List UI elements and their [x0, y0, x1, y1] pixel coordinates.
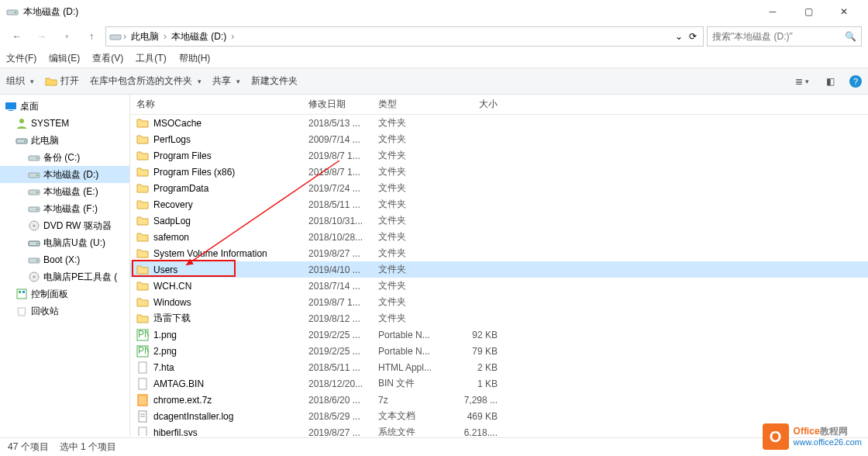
include-button[interactable]: 在库中包含所选的文件夹 [90, 74, 202, 88]
crumb-current[interactable]: 本地磁盘 (D:) [168, 29, 229, 45]
menu-edit[interactable]: 编辑(E) [49, 52, 80, 65]
file-row[interactable]: Program Files2019/8/7 1...文件夹 [130, 147, 868, 164]
file-row[interactable]: System Volume Information2019/8/27 ...文件… [130, 245, 868, 261]
file-date: 2018/5/29 ... [302, 411, 372, 422]
file-row[interactable]: WCH.CN2018/7/14 ...文件夹 [130, 278, 868, 294]
col-size[interactable]: 大小 [442, 98, 504, 111]
refresh-icon[interactable]: ⟳ [686, 31, 700, 42]
file-type: Portable N... [372, 330, 442, 340]
file-row[interactable]: dcagentInstaller.log2018/5/29 ...文本文档469… [130, 408, 868, 424]
tree-item[interactable]: 此电脑 [0, 132, 129, 149]
svg-rect-26 [22, 291, 25, 293]
up-button[interactable]: ↑ [81, 26, 102, 47]
open-button[interactable]: 打开 [45, 74, 79, 88]
file-date: 2019/8/7 1... [302, 150, 372, 161]
file-type: 文件夹 [372, 263, 442, 276]
file-row[interactable]: 迅雷下载2019/8/12 ...文件夹 [130, 310, 868, 326]
tree-item[interactable]: 回收站 [0, 302, 129, 320]
file-name: Users [153, 264, 177, 275]
file-name: PerfLogs [153, 134, 191, 145]
file-row[interactable]: SadpLog2018/10/31...文件夹 [130, 212, 868, 229]
file-row[interactable]: hiberfil.sys2019/8/27 ...系统文件6,218,... [130, 424, 868, 436]
tree-item[interactable]: 电脑店U盘 (U:) [0, 234, 129, 251]
view-mode-icon[interactable]: ≣ [794, 73, 811, 90]
file-row[interactable]: chrome.ext.7z2018/6/20 ...7z7,298 ... [130, 392, 868, 408]
menu-view[interactable]: 查看(V) [92, 52, 123, 65]
file-name: System Volume Information [153, 248, 267, 259]
menu-help[interactable]: 帮助(H) [179, 52, 211, 65]
tree-item[interactable]: SYSTEM [0, 115, 129, 132]
maximize-button[interactable]: ▢ [790, 0, 826, 23]
tree-item[interactable]: 控制面板 [0, 285, 129, 302]
file-row[interactable]: Recovery2018/5/11 ...文件夹 [130, 196, 868, 212]
tree-label: DVD RW 驱动器 [43, 219, 112, 233]
nav-row: ← → ▾ ↑ › 此电脑 › 本地磁盘 (D:) › ⌄ ⟳ 🔍 [0, 23, 868, 50]
file-row[interactable]: PNG2.png2019/2/25 ...Portable N...79 KB [130, 343, 868, 359]
menu-tools[interactable]: 工具(T) [136, 52, 166, 65]
col-type[interactable]: 类型 [372, 98, 442, 111]
tree-item[interactable]: 备份 (C:) [0, 149, 129, 166]
svg-point-11 [36, 174, 38, 176]
file-row[interactable]: PerfLogs2009/7/14 ...文件夹 [130, 131, 868, 147]
watermark: O Office教程网 www.office26.com [763, 423, 862, 450]
tree-label: 此电脑 [31, 134, 59, 147]
new-folder-button[interactable]: 新建文件夹 [251, 74, 298, 88]
file-row[interactable]: 7.hta2018/5/11 ...HTML Appl...2 KB [130, 359, 868, 375]
file-name: Recovery [153, 199, 193, 210]
file-name: dcagentInstaller.log [153, 411, 233, 422]
watermark-logo: O [763, 423, 789, 450]
tree-item[interactable]: 电脑店PE工具盘 ( [0, 268, 129, 285]
window-title: 本地磁盘 (D:) [23, 5, 78, 19]
watermark-url: www.office26.com [794, 437, 862, 447]
tree-item[interactable]: Boot (X:) [0, 251, 129, 268]
file-row[interactable]: Users2019/4/10 ...文件夹 [130, 261, 868, 278]
nav-tree[interactable]: 桌面SYSTEM此电脑备份 (C:)本地磁盘 (D:)本地磁盘 (E:)本地磁盘… [0, 95, 130, 436]
tree-label: 备份 (C:) [43, 151, 80, 164]
file-date: 2019/8/7 1... [302, 167, 372, 178]
search-input[interactable] [712, 31, 845, 42]
close-button[interactable]: ✕ [826, 0, 862, 23]
col-name[interactable]: 名称 [130, 98, 302, 111]
file-size: 7,298 ... [442, 395, 504, 406]
status-bar: 47 个项目 选中 1 个项目 [0, 437, 868, 456]
crumb-root[interactable]: 此电脑 [128, 29, 162, 45]
back-button[interactable]: ← [6, 26, 28, 47]
file-row[interactable]: MSOCache2018/5/13 ...文件夹 [130, 115, 868, 131]
forward-button[interactable]: → [31, 26, 53, 47]
menu-file[interactable]: 文件(F) [6, 52, 36, 65]
col-date[interactable]: 修改日期 [302, 98, 372, 111]
file-list[interactable]: MSOCache2018/5/13 ...文件夹PerfLogs2009/7/1… [130, 115, 868, 436]
file-row[interactable]: Windows2019/8/7 1...文件夹 [130, 294, 868, 310]
minimize-button[interactable]: ─ [755, 0, 790, 23]
status-item-count: 47 个项目 [8, 440, 49, 454]
file-name: 1.png [153, 330, 177, 340]
file-row[interactable]: AMTAG.BIN2018/12/20...BIN 文件1 KB [130, 375, 868, 392]
tree-item[interactable]: 本地磁盘 (E:) [0, 183, 129, 200]
tree-item[interactable]: 本地磁盘 (F:) [0, 200, 129, 217]
file-size: 2 KB [442, 362, 504, 373]
tree-label: Boot (X:) [43, 254, 80, 265]
file-row[interactable]: ProgramData2019/7/24 ...文件夹 [130, 180, 868, 196]
file-row[interactable]: PNG1.png2019/2/25 ...Portable N...92 KB [130, 326, 868, 343]
search-box[interactable]: 🔍 [707, 26, 862, 47]
tree-item[interactable]: 桌面 [0, 98, 129, 115]
file-name: AMTAG.BIN [153, 378, 204, 389]
drive-icon [6, 5, 19, 18]
tree-item[interactable]: 本地磁盘 (D:) [0, 166, 129, 183]
svg-point-5 [19, 119, 24, 123]
tree-label: 本地磁盘 (D:) [43, 168, 98, 181]
organize-button[interactable]: 组织 [6, 74, 34, 88]
file-row[interactable]: safemon2018/10/28...文件夹 [130, 229, 868, 245]
search-icon[interactable]: 🔍 [845, 31, 856, 42]
share-button[interactable]: 共享 [212, 74, 240, 88]
addr-dropdown-icon[interactable]: ⌄ [672, 31, 686, 42]
svg-point-13 [36, 192, 38, 193]
tree-label: SYSTEM [31, 118, 69, 129]
recent-dropdown[interactable]: ▾ [56, 26, 78, 47]
help-icon[interactable]: ? [849, 75, 862, 88]
file-row[interactable]: Program Files (x86)2019/8/7 1...文件夹 [130, 164, 868, 180]
preview-pane-icon[interactable]: ◧ [822, 73, 839, 90]
tree-item[interactable]: DVD RW 驱动器 [0, 217, 129, 234]
file-type: 文件夹 [372, 295, 442, 309]
address-bar[interactable]: › 此电脑 › 本地磁盘 (D:) › ⌄ ⟳ [105, 26, 704, 47]
